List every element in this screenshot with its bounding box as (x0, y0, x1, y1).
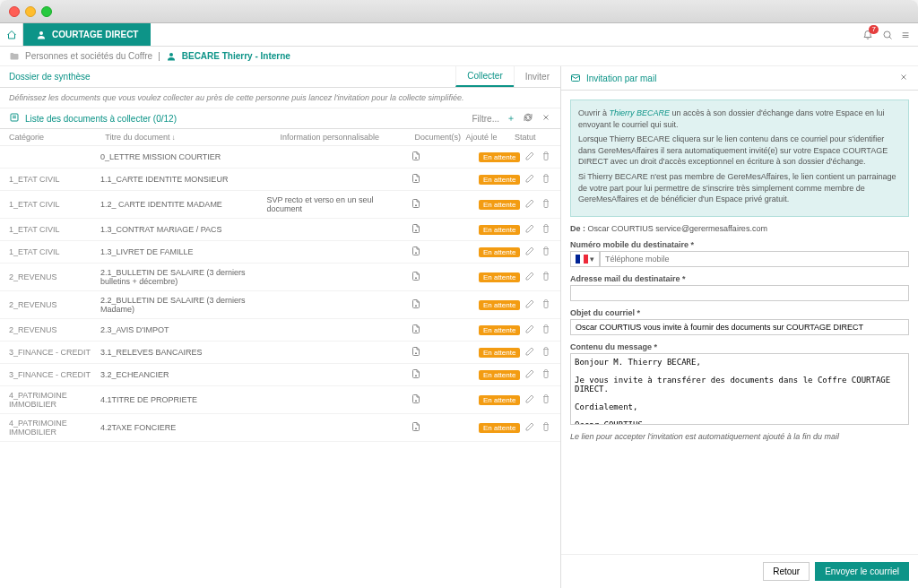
document-download-icon[interactable] (411, 346, 421, 357)
active-app-tab[interactable]: COURTAGE DIRECT (23, 23, 151, 46)
flag-fr-icon (576, 255, 588, 264)
delete-row-button[interactable] (541, 421, 551, 434)
table-row[interactable]: 2_REVENUS2.2_BULLETIN DE SALAIRE (3 dern… (0, 291, 560, 319)
document-download-icon[interactable] (411, 298, 421, 309)
edit-row-button[interactable] (524, 173, 535, 186)
maximize-window-button[interactable] (41, 6, 52, 17)
cell-title: 2.3_AVIS D'IMPOT (100, 325, 266, 334)
edit-row-button[interactable] (524, 151, 535, 163)
table-row[interactable]: 1_ETAT CIVIL1.3_LIVRET DE FAMILLEEn atte… (0, 241, 560, 264)
mobile-input[interactable] (600, 251, 909, 267)
delete-row-button[interactable] (541, 223, 551, 236)
edit-row-button[interactable] (524, 346, 535, 359)
table-row[interactable]: 4_PATRIMOINE IMMOBILIER4.1TITRE DE PROPR… (0, 386, 560, 414)
appbar-menu-button[interactable]: ≡ (902, 28, 909, 42)
refresh-button[interactable] (523, 112, 533, 125)
back-button[interactable]: Retour (763, 562, 810, 581)
edit-row-button[interactable] (524, 393, 535, 406)
document-download-icon[interactable] (411, 151, 421, 161)
dossier-synthese-link[interactable]: Dossier de synthèse (0, 66, 100, 87)
search-icon[interactable] (882, 30, 893, 40)
document-download-icon[interactable] (411, 421, 421, 432)
cell-category: 1_ETAT CIVIL (9, 225, 100, 234)
edit-row-button[interactable] (524, 421, 535, 434)
edit-row-button[interactable] (524, 246, 535, 258)
filter-input[interactable]: Filtre... (472, 114, 499, 124)
cell-category: 4_PATRIMOINE IMMOBILIER (9, 419, 100, 437)
status-badge: En attente (479, 225, 520, 235)
col-header-info[interactable]: Information personnalisable (281, 133, 411, 142)
document-download-icon[interactable] (411, 393, 421, 404)
close-window-button[interactable] (9, 6, 20, 17)
delete-row-button[interactable] (541, 198, 551, 211)
table-row[interactable]: 1_ETAT CIVIL1.2_ CARTE IDENTITE MADAMESV… (0, 191, 560, 219)
cell-category: 2_REVENUS (9, 325, 100, 334)
breadcrumb-user[interactable]: BECARE Thierry - Interne (182, 51, 290, 61)
expand-right-panel-button[interactable] (898, 72, 909, 84)
cell-title: 1.2_ CARTE IDENTITE MADAME (100, 200, 266, 209)
add-document-button[interactable]: ＋ (507, 112, 515, 125)
col-header-titre[interactable]: Titre du document↓ (105, 133, 280, 142)
edit-row-button[interactable] (524, 368, 535, 381)
minimize-window-button[interactable] (25, 6, 36, 17)
col-header-documents[interactable]: Document(s) (411, 133, 464, 142)
body-textarea[interactable] (570, 353, 909, 425)
tab-collecter[interactable]: Collecter (455, 66, 513, 87)
table-row[interactable]: 2_REVENUS2.3_AVIS D'IMPOTEn attente (0, 319, 560, 342)
table-row[interactable]: 1_ETAT CIVIL1.3_CONTRAT MARIAGE / PACSEn… (0, 219, 560, 241)
breadcrumb: Personnes et sociétés du Coffre | BECARE… (0, 47, 918, 66)
home-button[interactable] (0, 23, 23, 46)
cell-category: 2_REVENUS (9, 300, 100, 309)
delete-row-button[interactable] (541, 368, 551, 381)
col-header-categorie[interactable]: Catégorie (9, 133, 105, 142)
email-input[interactable] (570, 285, 909, 301)
subject-input[interactable] (570, 319, 909, 335)
table-row[interactable]: 4_PATRIMOINE IMMOBILIER4.2TAXE FONCIEREE… (0, 414, 560, 442)
status-badge: En attente (479, 247, 520, 257)
edit-row-button[interactable] (524, 298, 535, 311)
delete-row-button[interactable] (541, 271, 551, 283)
table-header-row: Catégorie Titre du document↓ Information… (0, 129, 560, 146)
edit-row-button[interactable] (524, 271, 535, 283)
document-download-icon[interactable] (411, 198, 421, 209)
table-row[interactable]: 0_LETTRE MISSION COURTIEREn attente (0, 146, 560, 169)
delete-row-button[interactable] (541, 324, 551, 336)
country-code-selector[interactable]: ▾ (570, 251, 600, 267)
document-download-icon[interactable] (411, 324, 421, 334)
table-row[interactable]: 1_ETAT CIVIL1.1_CARTE IDENTITE MONSIEURE… (0, 169, 560, 191)
delete-row-button[interactable] (541, 393, 551, 406)
expand-left-panel-button[interactable] (541, 112, 551, 125)
edit-row-button[interactable] (524, 223, 535, 236)
table-row[interactable]: 3_FINANCE - CREDIT3.1_RELEVES BANCAIRESE… (0, 342, 560, 364)
document-download-icon[interactable] (411, 246, 421, 256)
cell-title: 2.1_BULLETIN DE SALAIRE (3 derniers bull… (100, 268, 266, 286)
document-download-icon[interactable] (411, 271, 421, 281)
delete-row-button[interactable] (541, 298, 551, 311)
edit-row-button[interactable] (524, 198, 535, 211)
delete-row-button[interactable] (541, 151, 551, 163)
status-badge: En attente (479, 200, 520, 210)
cell-title: 2.2_BULLETIN DE SALAIRE (3 derniers Mada… (100, 296, 266, 314)
delete-row-button[interactable] (541, 346, 551, 359)
status-badge: En attente (479, 423, 520, 433)
col-header-statut[interactable]: Statut (498, 133, 551, 142)
table-row[interactable]: 3_FINANCE - CREDIT3.2_ECHEANCIEREn atten… (0, 364, 560, 386)
status-badge: En attente (479, 175, 520, 185)
cell-category: 1_ETAT CIVIL (9, 175, 100, 184)
delete-row-button[interactable] (541, 246, 551, 258)
delete-row-button[interactable] (541, 173, 551, 186)
edit-row-button[interactable] (524, 324, 535, 336)
document-download-icon[interactable] (411, 173, 421, 184)
table-row[interactable]: 2_REVENUS2.1_BULLETIN DE SALAIRE (3 dern… (0, 264, 560, 291)
email-label: Adresse mail du destinataire * (570, 274, 909, 283)
document-download-icon[interactable] (411, 368, 421, 379)
send-mail-button[interactable]: Envoyer le courriel (815, 562, 909, 581)
list-icon (9, 112, 20, 125)
document-download-icon[interactable] (411, 223, 421, 234)
footer-note: Le lien pour accepter l'invitation est a… (570, 432, 909, 441)
breadcrumb-folder[interactable]: Personnes et sociétés du Coffre (25, 51, 152, 61)
col-header-ajoute[interactable]: Ajouté le (463, 133, 498, 142)
notifications-button[interactable]: 7 (862, 29, 873, 41)
tab-inviter[interactable]: Inviter (514, 66, 560, 87)
list-title: Liste des documents à collecter (0/12) (25, 114, 177, 124)
